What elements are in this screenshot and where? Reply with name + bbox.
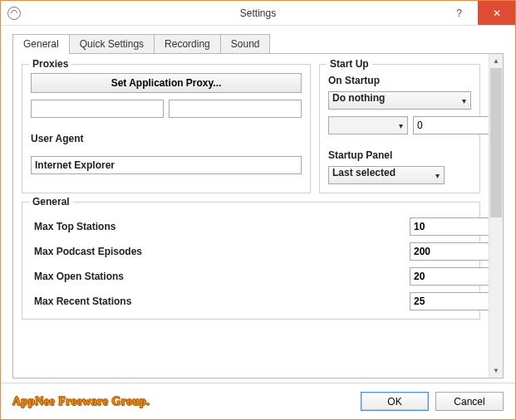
tab-quick-settings[interactable]: Quick Settings — [69, 34, 155, 54]
tab-sound[interactable]: Sound — [220, 34, 271, 54]
proxy-field-1[interactable] — [31, 100, 164, 118]
cancel-button[interactable]: Cancel — [435, 392, 504, 411]
content-area: General Quick Settings Recording Sound P… — [1, 26, 515, 383]
scroll-up-icon[interactable]: ▲ — [489, 54, 503, 68]
footer: AppNee Freeware Group. OK Cancel — [1, 383, 515, 419]
startup-number-input[interactable] — [413, 116, 489, 134]
spinner-max-top-stations[interactable]: ▲▼ — [410, 217, 471, 236]
label-max-open-stations: Max Open Stations — [31, 271, 410, 282]
row-max-podcast-episodes: Max Podcast Episodes ▲▼ — [31, 242, 471, 261]
ok-button[interactable]: OK — [361, 392, 429, 411]
spinner-max-podcast-episodes[interactable]: ▲▼ — [410, 242, 471, 261]
row-max-recent-stations: Max Recent Stations ▲▼ — [31, 292, 471, 310]
on-startup-select[interactable]: Do nothing — [328, 91, 471, 110]
tab-panel: Proxies Set Application Proxy... User Ag… — [12, 53, 504, 378]
user-agent-input[interactable] — [31, 156, 302, 174]
tab-bar: General Quick Settings Recording Sound — [12, 34, 504, 54]
startup-number-spinner[interactable]: ▲ ▼ — [413, 116, 471, 134]
on-startup-label: On Startup — [328, 75, 471, 86]
proxy-field-2[interactable] — [169, 100, 302, 118]
tab-recording[interactable]: Recording — [154, 34, 221, 54]
startup-legend: Start Up — [327, 58, 372, 70]
watermark-text: AppNee Freeware Group. — [12, 395, 150, 408]
startup-panel-label: Startup Panel — [328, 149, 471, 161]
general-legend: General — [29, 196, 73, 208]
scroll-down-icon[interactable]: ▼ — [489, 364, 503, 378]
label-max-podcast-episodes: Max Podcast Episodes — [31, 246, 410, 257]
window-title: Settings — [240, 7, 276, 19]
proxies-group: Proxies Set Application Proxy... User Ag… — [22, 64, 311, 193]
startup-panel-select[interactable]: Last selected — [328, 166, 445, 184]
tab-general[interactable]: General — [12, 34, 70, 54]
titlebar: Settings ? ✕ — [1, 1, 515, 26]
close-button[interactable]: ✕ — [478, 1, 515, 25]
proxies-legend: Proxies — [29, 58, 71, 70]
help-button[interactable]: ? — [440, 1, 478, 25]
spinner-max-open-stations[interactable]: ▲▼ — [410, 267, 471, 286]
vertical-scrollbar[interactable]: ▲ ▼ — [489, 54, 503, 378]
startup-group: Start Up On Startup Do nothing ▲ — [319, 64, 480, 193]
input-max-recent-stations[interactable] — [410, 292, 489, 310]
general-group: General Max Top Stations ▲▼ Max Podcast … — [22, 202, 480, 320]
row-max-open-stations: Max Open Stations ▲▼ — [31, 267, 471, 286]
spinner-max-recent-stations[interactable]: ▲▼ — [410, 292, 471, 310]
set-application-proxy-button[interactable]: Set Application Proxy... — [31, 73, 302, 93]
label-max-top-stations: Max Top Stations — [31, 221, 410, 232]
input-max-open-stations[interactable] — [410, 267, 489, 286]
app-icon — [7, 7, 21, 20]
row-max-top-stations: Max Top Stations ▲▼ — [31, 217, 471, 236]
scroll-thumb[interactable] — [490, 68, 502, 217]
input-max-top-stations[interactable] — [410, 217, 489, 236]
user-agent-label: User Agent — [31, 133, 302, 144]
startup-sub-select[interactable] — [328, 116, 408, 134]
input-max-podcast-episodes[interactable] — [410, 242, 489, 261]
label-max-recent-stations: Max Recent Stations — [31, 295, 410, 307]
panel-scroll: Proxies Set Application Proxy... User Ag… — [13, 54, 489, 378]
